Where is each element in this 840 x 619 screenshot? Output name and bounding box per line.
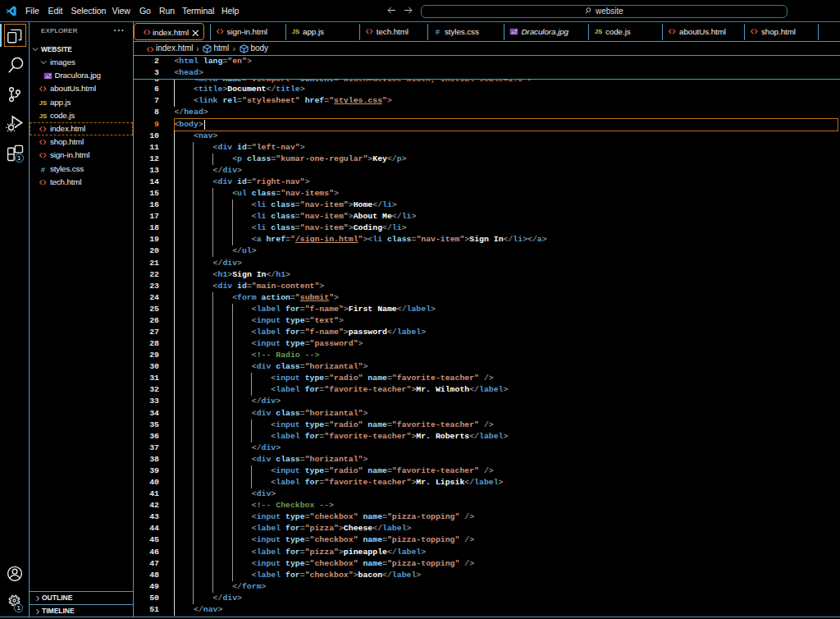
- svg-text:JS: JS: [39, 112, 47, 120]
- svg-text:JS: JS: [39, 99, 47, 107]
- svg-text:#: #: [41, 165, 46, 174]
